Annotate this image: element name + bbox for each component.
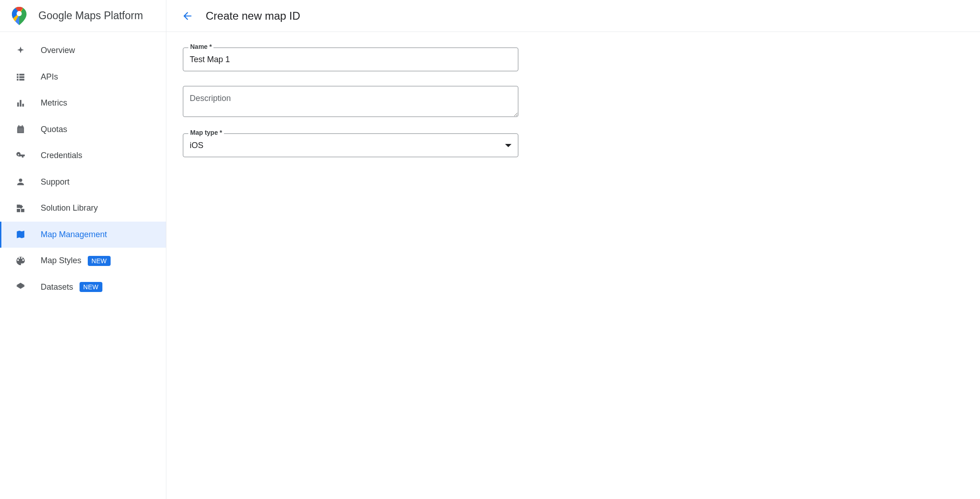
page-title: Create new map ID — [206, 10, 300, 22]
svg-point-0 — [16, 11, 21, 16]
sidebar-item-label: Map Management — [41, 230, 107, 239]
map-type-select[interactable]: iOS — [183, 133, 518, 157]
sidebar-nav: Overview APIs Metrics Quotas Credentials — [0, 32, 166, 300]
sidebar-item-metrics[interactable]: Metrics — [0, 90, 166, 117]
map-type-label: Map type * — [188, 129, 224, 136]
sidebar-item-label: Support — [41, 177, 69, 187]
list-icon — [15, 71, 26, 82]
map-type-field-group: Map type * iOS — [183, 133, 518, 157]
sidebar-item-quotas[interactable]: Quotas — [0, 117, 166, 143]
sidebar-item-label: Metrics — [41, 98, 67, 108]
description-field-group — [183, 86, 518, 119]
sidebar-item-apis[interactable]: APIs — [0, 64, 166, 90]
name-field-group: Name * — [183, 48, 518, 71]
sidebar-item-label: Quotas — [41, 125, 67, 134]
main-header: Create new map ID — [166, 0, 980, 32]
sidebar-item-label: Credentials — [41, 151, 82, 160]
overview-icon — [15, 45, 26, 56]
sidebar-item-solution-library[interactable]: Solution Library — [0, 195, 166, 222]
bar-chart-icon — [15, 98, 26, 109]
sidebar-item-label: Solution Library — [41, 203, 98, 213]
chevron-down-icon — [505, 144, 511, 147]
sidebar-item-label: Overview — [41, 46, 75, 55]
description-textarea[interactable] — [183, 86, 518, 117]
svg-rect-1 — [18, 125, 19, 127]
layers-icon — [15, 281, 26, 292]
sidebar-item-support[interactable]: Support — [0, 169, 166, 196]
back-button[interactable] — [178, 7, 197, 25]
palette-icon — [15, 255, 26, 266]
sidebar-item-map-styles[interactable]: Map Styles NEW — [0, 248, 166, 274]
sidebar-item-overview[interactable]: Overview — [0, 37, 166, 64]
name-label: Name * — [188, 43, 213, 50]
widgets-icon — [15, 203, 26, 214]
sidebar-item-map-management[interactable]: Map Management — [0, 222, 166, 248]
key-icon — [15, 150, 26, 161]
product-title: Google Maps Platform — [38, 10, 143, 22]
svg-rect-2 — [22, 125, 23, 127]
name-input[interactable] — [183, 48, 518, 71]
sidebar: Google Maps Platform Overview APIs Metri… — [0, 0, 166, 499]
google-maps-logo-icon — [12, 7, 27, 25]
new-badge: NEW — [80, 282, 102, 292]
new-badge: NEW — [88, 256, 111, 266]
sidebar-item-label: APIs — [41, 72, 58, 82]
sidebar-item-label: Map Styles — [41, 256, 81, 265]
main-content: Create new map ID Name * Map type * iOS — [166, 0, 980, 499]
sidebar-item-datasets[interactable]: Datasets NEW — [0, 274, 166, 301]
person-icon — [15, 176, 26, 187]
calendar-icon — [15, 124, 26, 135]
arrow-left-icon — [181, 10, 193, 22]
sidebar-header: Google Maps Platform — [0, 0, 166, 32]
map-type-value: iOS — [190, 141, 203, 150]
sidebar-item-credentials[interactable]: Credentials — [0, 143, 166, 169]
sidebar-item-label: Datasets — [41, 282, 73, 292]
map-icon — [15, 229, 26, 240]
form-content: Name * Map type * iOS — [166, 32, 980, 173]
